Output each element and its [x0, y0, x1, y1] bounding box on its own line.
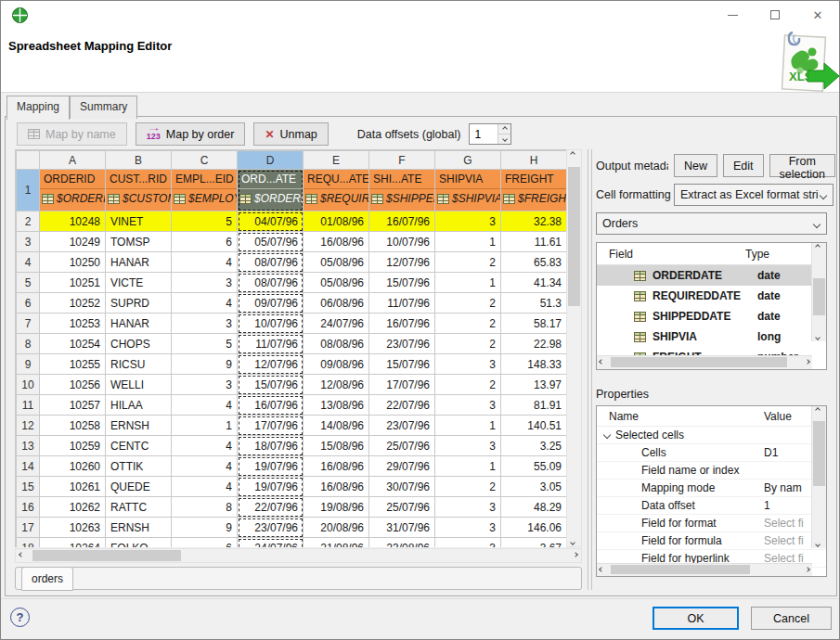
mapped-header-cell-D1[interactable]: ORD...ATE$ORDERD	[238, 170, 304, 211]
grid-cell-A9[interactable]: 10255	[40, 354, 106, 375]
grid-cell-E13[interactable]: 15/08/96	[304, 436, 369, 456]
grid-cell-B14[interactable]: OTTIK	[106, 456, 172, 477]
grid-cell-E3[interactable]: 16/08/96	[304, 232, 369, 252]
grid-cell-F16[interactable]: 25/07/96	[369, 497, 435, 518]
grid-cell-A7[interactable]: 10253	[40, 314, 106, 334]
grid-cell-C4[interactable]: 4	[172, 252, 238, 273]
property-row-mapping-mode[interactable]: Mapping modeBy nam	[597, 480, 826, 497]
grid-cell-E17[interactable]: 20/08/96	[304, 518, 369, 538]
tab-mapping[interactable]: Mapping	[6, 96, 70, 120]
mapped-header-cell-E1[interactable]: REQU...ATE$REQUIRE	[304, 170, 369, 211]
tab-summary[interactable]: Summary	[70, 96, 137, 119]
grid-cell-A14[interactable]: 10260	[40, 456, 106, 477]
spinner-down-button[interactable]	[498, 134, 510, 144]
grid-cell-D15[interactable]: 19/07/96	[238, 477, 304, 497]
grid-cell-G18[interactable]: 3	[435, 538, 501, 548]
mapped-header-cell-F1[interactable]: SHI...ATE$SHIPPED	[369, 170, 435, 211]
grid-cell-H10[interactable]: 13.97	[501, 375, 567, 395]
scroll-down-arrow-icon[interactable]	[571, 541, 575, 544]
grid-cell-H3[interactable]: 11.61	[501, 232, 567, 252]
grid-cell-D14[interactable]: 19/07/96	[238, 456, 304, 477]
grid-cell-B17[interactable]: ERNSH	[106, 518, 172, 538]
grid-cell-A8[interactable]: 10254	[40, 334, 106, 354]
grid-cell-E16[interactable]: 19/08/96	[304, 497, 369, 518]
grid-cell-A17[interactable]: 10263	[40, 518, 106, 538]
grid-cell-D6[interactable]: 09/07/96	[238, 293, 304, 314]
grid-cell-E2[interactable]: 01/08/96	[304, 211, 369, 232]
scroll-up-arrow-icon[interactable]	[816, 408, 820, 412]
grid-cell-H7[interactable]: 58.17	[501, 314, 567, 334]
grid-cell-C2[interactable]: 5	[172, 211, 238, 232]
row-header-10[interactable]: 10	[17, 375, 40, 395]
grid-cell-H8[interactable]: 22.98	[501, 334, 567, 354]
sheet-tab-orders[interactable]: orders	[21, 567, 73, 591]
field-table-hscroll[interactable]	[597, 355, 812, 369]
row-header-4[interactable]: 4	[17, 252, 40, 273]
scroll-left-arrow-icon[interactable]	[600, 360, 603, 364]
grid-cell-C17[interactable]: 9	[172, 518, 238, 538]
properties-hscroll-thumb[interactable]	[611, 565, 750, 574]
grid-cell-D13[interactable]: 18/07/96	[238, 436, 304, 456]
grid-cell-H14[interactable]: 55.09	[501, 456, 567, 477]
grid-cell-C7[interactable]: 3	[172, 314, 238, 334]
grid-cell-H17[interactable]: 146.06	[501, 518, 567, 538]
scroll-left-arrow-icon[interactable]	[600, 568, 603, 571]
grid-cell-E8[interactable]: 08/08/96	[304, 334, 369, 354]
grid-cell-D18[interactable]: 24/07/96	[238, 538, 304, 548]
mapped-header-cell-A1[interactable]: ORDERID$ORDERI	[40, 170, 106, 211]
row-header-7[interactable]: 7	[17, 314, 40, 334]
grid-cell-A6[interactable]: 10252	[40, 293, 106, 314]
grid-cell-G17[interactable]: 3	[435, 518, 501, 538]
grid-cell-A2[interactable]: 10248	[40, 211, 106, 232]
grid-cell-E5[interactable]: 05/08/96	[304, 273, 369, 293]
row-header-8[interactable]: 8	[17, 334, 40, 354]
grid-cell-A11[interactable]: 10257	[40, 395, 106, 416]
grid-cell-D9[interactable]: 12/07/96	[238, 354, 304, 375]
grid-cell-F10[interactable]: 17/07/96	[369, 375, 435, 395]
grid-cell-E6[interactable]: 06/08/96	[304, 293, 369, 314]
grid-cell-H18[interactable]: 3.67	[501, 538, 567, 548]
mapped-header-cell-C1[interactable]: EMPL...EID$EMPLOY	[172, 170, 238, 211]
row-header-1[interactable]: 1	[17, 170, 40, 211]
grid-cell-A13[interactable]: 10259	[40, 436, 106, 456]
row-header-5[interactable]: 5	[17, 273, 40, 293]
grid-cell-H6[interactable]: 51.3	[501, 293, 567, 314]
grid-cell-B16[interactable]: RATTC	[106, 497, 172, 518]
grid-vscroll-thumb[interactable]	[568, 167, 580, 306]
grid-cell-D8[interactable]: 11/07/96	[238, 334, 304, 354]
grid-cell-F5[interactable]: 15/07/96	[369, 273, 435, 293]
grid-cell-G6[interactable]: 2	[435, 293, 501, 314]
scroll-right-arrow-icon[interactable]	[574, 553, 577, 557]
grid-cell-G8[interactable]: 2	[435, 334, 501, 354]
column-header-H[interactable]: H	[501, 151, 567, 170]
field-row-orderdate[interactable]: ORDERDATEdate	[597, 265, 826, 286]
cell-formatting-select[interactable]: Extract as Excel format stri	[674, 184, 834, 206]
grid-cell-C14[interactable]: 4	[172, 456, 238, 477]
grid-cell-B9[interactable]: RICSU	[106, 354, 172, 375]
grid-cell-B15[interactable]: QUEDE	[106, 477, 172, 497]
properties-vscroll[interactable]	[811, 406, 826, 548]
scroll-right-arrow-icon[interactable]	[806, 568, 809, 571]
grid-cell-C11[interactable]: 4	[172, 395, 238, 416]
grid-cell-F18[interactable]: 23/08/96	[369, 538, 435, 548]
grid-cell-C16[interactable]: 8	[172, 497, 238, 518]
column-header-D[interactable]: D	[238, 151, 304, 170]
scroll-down-arrow-icon[interactable]	[816, 543, 820, 546]
property-row-field-for-formula[interactable]: Field for formulaSelect fi	[597, 532, 826, 550]
grid-cell-F13[interactable]: 25/07/96	[369, 436, 435, 456]
grid-cell-D10[interactable]: 15/07/96	[238, 375, 304, 395]
field-row-requireddate[interactable]: REQUIREDDATEdate	[597, 286, 826, 306]
grid-cell-B10[interactable]: WELLI	[106, 375, 172, 395]
grid-cell-D5[interactable]: 08/07/96	[238, 273, 304, 293]
grid-cell-E10[interactable]: 12/08/96	[304, 375, 369, 395]
grid-cell-F3[interactable]: 10/07/96	[369, 232, 435, 252]
grid-cell-D7[interactable]: 10/07/96	[238, 314, 304, 334]
grid-cell-G3[interactable]: 1	[435, 232, 501, 252]
grid-cell-F9[interactable]: 15/07/96	[369, 354, 435, 375]
minimize-button[interactable]	[711, 1, 754, 29]
grid-cell-D3[interactable]: 05/07/96	[238, 232, 304, 252]
grid-cell-G13[interactable]: 3	[435, 436, 501, 456]
row-header-9[interactable]: 9	[17, 354, 40, 375]
grid-cell-E12[interactable]: 14/08/96	[304, 416, 369, 436]
grid-cell-B2[interactable]: VINET	[106, 211, 172, 232]
